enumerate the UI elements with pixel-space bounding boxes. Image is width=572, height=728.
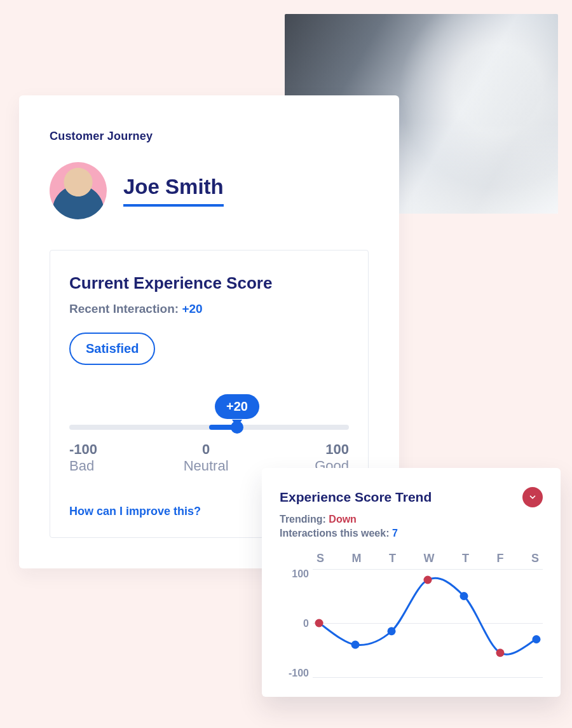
score-title: Current Experience Score (69, 273, 349, 293)
trend-xaxis: SMTWTFS (313, 552, 543, 565)
trend-yaxis: 100 0 -100 (280, 552, 309, 679)
score-badge: +20 (215, 394, 259, 419)
interactions-row: Interactions this week: 7 (280, 528, 543, 539)
score-handle[interactable] (231, 421, 243, 434)
trending-value: Down (329, 514, 357, 525)
ytick: 100 (280, 568, 309, 580)
ytick: 0 (280, 618, 309, 629)
trend-plot-area (313, 569, 543, 677)
status-pill[interactable]: Satisfied (69, 333, 155, 365)
xtick: T (389, 552, 396, 565)
interactions-label: Interactions this week: (280, 528, 390, 539)
trend-point[interactable] (315, 619, 323, 628)
avatar[interactable] (50, 162, 107, 219)
section-title: Customer Journey (50, 130, 369, 143)
profile-row: Joe Smith (50, 162, 369, 219)
trend-header: Experience Score Trend (280, 487, 543, 507)
scale-min-value: -100 (69, 441, 97, 458)
ytick: -100 (280, 668, 309, 679)
interactions-value: 7 (392, 528, 398, 539)
experience-trend-card: Experience Score Trend Trending: Down In… (262, 468, 561, 697)
trend-point[interactable] (496, 649, 504, 657)
xtick: S (317, 552, 324, 565)
xtick: S (531, 552, 539, 565)
recent-interaction-label: Recent Interaction: (69, 302, 179, 315)
chevron-down-icon (528, 493, 537, 502)
trend-title: Experience Score Trend (280, 490, 432, 505)
trending-row: Trending: Down (280, 514, 543, 525)
trend-collapse-button[interactable] (522, 487, 543, 507)
trend-point[interactable] (423, 576, 432, 584)
recent-interaction-row: Recent Interaction: +20 (69, 302, 349, 316)
trend-point[interactable] (351, 641, 360, 649)
xtick: F (496, 552, 503, 565)
scale-min-label: Bad (69, 458, 94, 474)
trend-point[interactable] (460, 592, 468, 600)
trend-chart: 100 0 -100 SMTWTFS (280, 552, 543, 679)
customer-name[interactable]: Joe Smith (123, 175, 224, 207)
xtick: W (423, 552, 434, 565)
trending-label: Trending: (280, 514, 326, 525)
gridline (313, 677, 543, 678)
trend-point[interactable] (532, 635, 540, 643)
scale-mid-value: 0 (184, 441, 229, 458)
score-scale: +20 -100 Bad 0 Neutral 100 Good (69, 399, 349, 474)
scale-mid-label: Neutral (184, 458, 229, 474)
trend-point[interactable] (387, 627, 395, 635)
score-track[interactable] (69, 425, 349, 430)
scale-max-value: 100 (315, 441, 349, 458)
trend-line-svg (313, 569, 543, 677)
recent-interaction-value: +20 (182, 302, 202, 315)
xtick: M (352, 552, 362, 565)
xtick: T (462, 552, 469, 565)
